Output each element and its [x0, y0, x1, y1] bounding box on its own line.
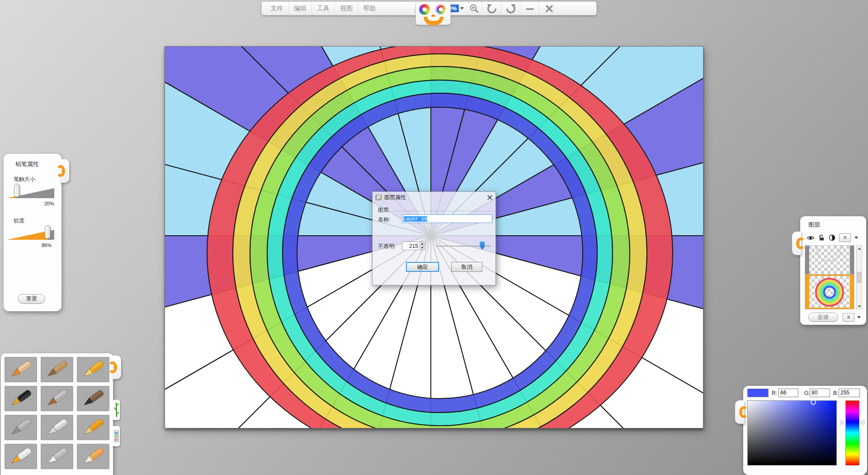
- cancel-button[interactable]: 取消: [451, 262, 482, 272]
- brush-size-handle[interactable]: [14, 184, 20, 197]
- tool-ink-brush[interactable]: [77, 386, 109, 411]
- redo-button[interactable]: [501, 2, 520, 15]
- main-toolbar: 文件编辑工具视图帮助 100%: [261, 1, 597, 15]
- layer-list-menu-caret-icon[interactable]: [857, 316, 861, 318]
- tool-pastel-stick[interactable]: [41, 357, 73, 382]
- stamp-tool-tab[interactable]: [113, 426, 120, 446]
- tool-palette-tab[interactable]: [112, 356, 121, 379]
- undo-button[interactable]: [482, 2, 501, 15]
- softness-handle[interactable]: [45, 225, 51, 239]
- red-label: R:: [772, 390, 777, 396]
- softness-value: 86%: [42, 242, 52, 248]
- scroll-down-button[interactable]: [857, 304, 862, 309]
- scroll-up-button[interactable]: [857, 246, 862, 251]
- layer-list-menu-button[interactable]: ≡: [843, 313, 854, 322]
- new-layer-button[interactable]: 新建: [808, 313, 838, 322]
- menu-item-2[interactable]: 工具: [311, 2, 335, 15]
- layers-panel-title: 图层: [808, 221, 820, 229]
- layer-name-value: Layer 19: [403, 216, 427, 222]
- layer-options-button[interactable]: ≡: [839, 233, 851, 242]
- opacity-spin-arrows: [419, 242, 425, 250]
- layer-blend-button[interactable]: [829, 234, 835, 241]
- undo-icon: [486, 3, 497, 14]
- layer-name-input[interactable]: Layer 19: [402, 214, 492, 223]
- color-panel-tab[interactable]: [735, 400, 744, 424]
- tool-paint-roller[interactable]: [77, 415, 109, 440]
- reset-button[interactable]: 重置: [18, 294, 45, 304]
- blue-input[interactable]: 255: [839, 389, 860, 397]
- tool-fountain-pen[interactable]: [5, 386, 37, 411]
- layer-options-caret-icon[interactable]: [854, 237, 858, 239]
- pencil-panel-tab[interactable]: [60, 159, 69, 183]
- tool-paint-cone[interactable]: [41, 415, 73, 440]
- spin-down-button[interactable]: [420, 246, 425, 250]
- zoom-in-button[interactable]: [467, 2, 482, 15]
- tool-airbrush[interactable]: [5, 415, 37, 440]
- layers-panel-tab[interactable]: [792, 232, 801, 255]
- tool-palette-knife[interactable]: [41, 444, 73, 469]
- tab-dot-icon: [61, 170, 64, 172]
- layer-list: [805, 245, 854, 309]
- unlock-icon: [818, 234, 825, 241]
- bamboo-icon: [113, 401, 119, 418]
- ok-button[interactable]: 确定: [406, 262, 439, 272]
- pencil-panel-title: 铅笔属性: [15, 160, 39, 168]
- layer-thumb-rainbow-circle: [805, 276, 854, 308]
- layer-row-top[interactable]: [805, 246, 854, 275]
- sv-cursor-icon[interactable]: [811, 399, 816, 405]
- menu-item-0[interactable]: 文件: [265, 2, 288, 15]
- pencil-properties-panel: 铅笔属性 笔触大小 20% 软度 86% 重置: [4, 154, 61, 311]
- layer-row-selected[interactable]: [805, 275, 854, 309]
- paint-jar-icon: [7, 446, 35, 467]
- zoom-dropdown-caret-icon[interactable]: [460, 7, 464, 10]
- stamp-icon: [113, 428, 119, 445]
- tool-pencil[interactable]: [5, 357, 37, 382]
- tool-flat-brush[interactable]: [41, 386, 73, 411]
- hue-bar[interactable]: [845, 400, 859, 466]
- layer-properties-dialog: 图层属性 图层 名称: Layer 19 不透明: 215 确定 取消: [372, 191, 496, 285]
- logo-gap: [381, 2, 420, 15]
- tool-crayon[interactable]: [77, 357, 109, 382]
- layers-panel: 图层 ≡: [800, 216, 866, 325]
- logo-left-eye-icon: [419, 4, 430, 15]
- tab-dot-icon: [797, 242, 800, 245]
- close-button[interactable]: [539, 2, 559, 15]
- hue-marker-left-icon[interactable]: [840, 420, 844, 425]
- green-label: G:: [804, 390, 810, 396]
- layer-lock-button[interactable]: [818, 234, 825, 241]
- hue-marker-right-icon[interactable]: [860, 420, 864, 425]
- saturation-value-box[interactable]: [747, 400, 837, 466]
- fountain-pen-icon: [7, 388, 35, 409]
- opacity-value: 215: [402, 242, 419, 250]
- layer-visibility-button[interactable]: [807, 235, 815, 241]
- opacity-slider-handle[interactable]: [480, 242, 485, 250]
- minimize-button[interactable]: [520, 2, 539, 15]
- scroll-thumb[interactable]: [857, 272, 861, 283]
- opacity-spinbox[interactable]: 215: [402, 242, 425, 250]
- layer-scrollbar[interactable]: [856, 245, 862, 309]
- green-input[interactable]: 80: [810, 389, 830, 397]
- menu-item-4[interactable]: 帮助: [358, 2, 381, 15]
- dialog-close-icon[interactable]: [487, 195, 493, 200]
- red-input[interactable]: 66: [778, 389, 798, 397]
- bamboo-brush-tab[interactable]: [113, 399, 120, 420]
- pastel-stick-icon: [43, 359, 71, 380]
- close-icon: [545, 4, 554, 13]
- color-panel: R: 66 G: 80 B: 255: [743, 386, 867, 475]
- spin-up-button[interactable]: [420, 242, 425, 246]
- menu-group: 文件编辑工具视图帮助: [262, 2, 381, 15]
- minimize-icon: [525, 4, 534, 13]
- ink-brush-icon: [79, 388, 107, 409]
- tool-eraser[interactable]: [77, 444, 109, 469]
- tool-paint-jar[interactable]: [5, 444, 37, 469]
- eye-icon: [807, 235, 815, 241]
- blue-label: B:: [833, 390, 838, 396]
- dialog-titlebar[interactable]: 图层属性: [373, 192, 495, 203]
- dialog-title-icon: [375, 195, 382, 200]
- app-root: { "toolbar": { "menus": ["文件", "编辑", "工具…: [0, 0, 868, 475]
- app-logo: [415, 1, 451, 25]
- menu-item-1[interactable]: 编辑: [288, 2, 311, 15]
- logo-right-eye-icon: [435, 4, 446, 15]
- current-color-swatch: [747, 389, 769, 397]
- menu-item-3[interactable]: 视图: [335, 2, 358, 15]
